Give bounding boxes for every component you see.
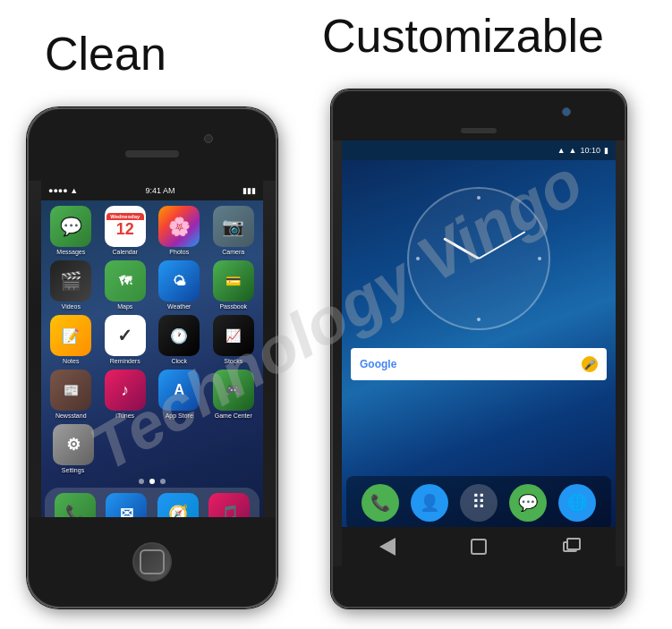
app-appstore[interactable]: A App Store — [155, 370, 204, 419]
label-clean: Clean — [45, 27, 166, 81]
android-bottom-bezel — [333, 566, 625, 607]
battery-icon: ▮▮▮ — [242, 186, 256, 195]
google-logo: Google — [360, 358, 396, 370]
iphone-volume-down-button — [27, 261, 29, 293]
android-home-button[interactable] — [465, 538, 492, 556]
app-reminders[interactable]: ✓ Reminders — [101, 315, 150, 364]
iphone-home-button-inner — [140, 549, 165, 574]
iphone-app-grid: 💬 Messages Wednesday 12 Calendar 🌸 — [41, 200, 263, 424]
android-screen: ▲ ▲ 10:10 ▮ — [342, 140, 616, 534]
page-container: Technology Vingo Clean Customizable ●●●●… — [0, 0, 672, 629]
clock-tick-6 — [477, 318, 481, 321]
clock-tick-9 — [416, 257, 420, 260]
iphone-speaker — [125, 150, 179, 157]
android-status-bar: ▲ ▲ 10:10 ▮ — [342, 140, 616, 160]
iphone-top-bezel — [29, 109, 276, 181]
iphone-front-camera — [204, 134, 213, 143]
android-front-camera — [562, 107, 571, 116]
clock-minute-hand — [479, 231, 526, 259]
android-wallpaper: Google 🎤 📞 👤 ⠿ 💬 🌐 — [342, 160, 616, 534]
app-clock[interactable]: 🕐 Clock — [155, 315, 204, 364]
app-passbook[interactable]: 💳 Passbook — [209, 260, 259, 310]
clock-tick-12 — [477, 196, 481, 200]
page-indicator — [41, 475, 263, 488]
iphone-body: ●●●● ▲ 9:41 AM ▮▮▮ 💬 Messages — [27, 107, 277, 608]
android-back-button[interactable] — [374, 538, 401, 556]
iphone-volume-up-button — [27, 221, 29, 253]
iphone-status-bar: ●●●● ▲ 9:41 AM ▮▮▮ — [41, 181, 263, 200]
android-body: ▲ ▲ 10:10 ▮ — [331, 89, 626, 608]
android-dock-browser[interactable]: 🌐 — [558, 484, 596, 522]
app-camera[interactable]: 📷 Camera — [209, 206, 259, 255]
android-dock-messaging[interactable]: 💬 — [509, 484, 547, 522]
app-maps[interactable]: 🗺 Maps — [101, 260, 150, 310]
android-nav-bar — [342, 527, 616, 566]
android-wifi-icon: ▲ — [569, 146, 577, 155]
iphone-power-button — [276, 203, 277, 248]
iphone-home-button[interactable] — [132, 542, 172, 582]
android-search-bar[interactable]: Google 🎤 — [351, 348, 607, 380]
android-clock-widget — [407, 187, 550, 330]
android-battery-icon: ▮ — [604, 146, 608, 155]
clock-hour-hand — [443, 237, 479, 259]
app-itunes[interactable]: ♪ iTunes — [101, 370, 150, 419]
iphone-bottom-bezel — [29, 517, 276, 607]
app-settings[interactable]: ⚙ Settings — [47, 424, 99, 473]
android-signal-icon: ▲ — [557, 146, 566, 155]
iphone-silent-button — [27, 190, 29, 209]
iphone-screen: ●●●● ▲ 9:41 AM ▮▮▮ 💬 Messages — [41, 181, 263, 521]
android-dock-contacts[interactable]: 👤 — [411, 484, 448, 522]
app-newsstand[interactable]: 📰 Newsstand — [47, 370, 96, 419]
app-weather[interactable]: 🌤 Weather — [155, 260, 204, 310]
app-photos[interactable]: 🌸 Photos — [155, 206, 204, 255]
android-dock-phone[interactable]: 📞 — [362, 484, 399, 522]
iphone-dock: 📞 Phone ✉ Mail 🧭 Safari 🎵 — [45, 488, 259, 521]
time-display: 9:41 AM — [146, 186, 175, 195]
iphone-settings-row: ⚙ Settings — [41, 424, 263, 475]
app-messages[interactable]: 💬 Messages — [47, 206, 96, 255]
label-customizable: Customizable — [322, 9, 604, 63]
android-mic-button[interactable]: 🎤 — [582, 356, 598, 372]
android-time-display: 10:10 — [580, 146, 600, 155]
app-stocks[interactable]: 📈 Stocks — [209, 315, 259, 364]
android-dock: 📞 👤 ⠿ 💬 🌐 — [346, 476, 611, 530]
page-dot-2 — [149, 479, 155, 484]
page-dot-1 — [139, 479, 144, 484]
android-dock-apps[interactable]: ⠿ — [460, 484, 498, 522]
iphone-device: ●●●● ▲ 9:41 AM ▮▮▮ 💬 Messages — [27, 107, 277, 608]
signal-icon: ●●●● ▲ — [48, 186, 78, 195]
app-videos[interactable]: 🎬 Videos — [47, 260, 96, 310]
app-calendar[interactable]: Wednesday 12 Calendar — [101, 206, 150, 255]
android-speaker — [461, 128, 497, 133]
android-device: ▲ ▲ 10:10 ▮ — [331, 89, 626, 608]
clock-tick-3 — [538, 257, 541, 260]
app-gamecenter[interactable]: 🎮 Game Center — [209, 370, 259, 419]
android-recent-button[interactable] — [557, 538, 583, 556]
page-dot-3 — [160, 479, 166, 484]
iphone-wallpaper: 💬 Messages Wednesday 12 Calendar 🌸 — [41, 200, 263, 521]
android-top-bezel — [333, 91, 625, 140]
app-notes[interactable]: 📝 Notes — [47, 315, 96, 364]
